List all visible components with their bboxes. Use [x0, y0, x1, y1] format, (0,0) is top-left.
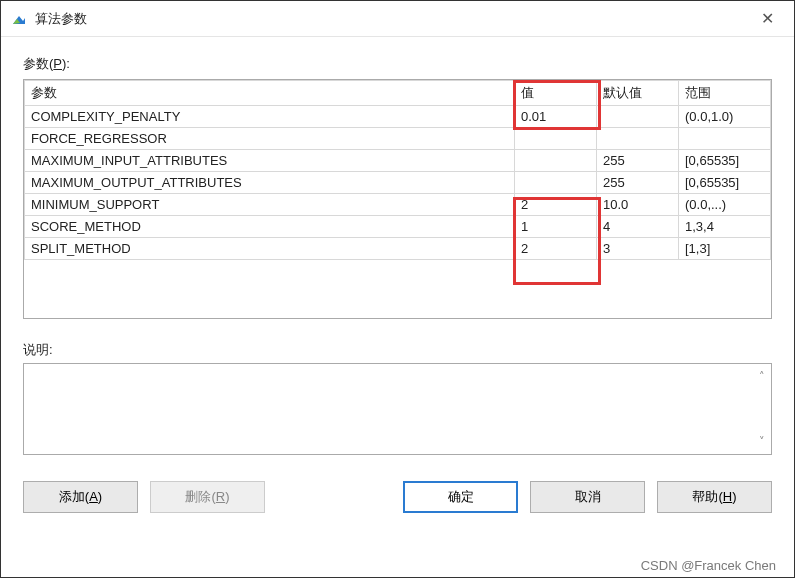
remove-button: 删除(R) [150, 481, 265, 513]
cell-range: (0.0,...) [679, 194, 771, 216]
cell-value[interactable]: 0.01 [515, 106, 597, 128]
scroll-up-icon[interactable]: ˄ [759, 370, 765, 383]
header-range[interactable]: 范围 [679, 81, 771, 106]
description-label: 说明: [23, 341, 772, 359]
cell-value[interactable] [515, 172, 597, 194]
cell-range: [0,65535] [679, 172, 771, 194]
scroll-down-icon[interactable]: ˅ [759, 435, 765, 448]
header-default[interactable]: 默认值 [597, 81, 679, 106]
cell-default: 4 [597, 216, 679, 238]
cell-range: (0.0,1.0) [679, 106, 771, 128]
cell-param: MINIMUM_SUPPORT [25, 194, 515, 216]
cell-default: 10.0 [597, 194, 679, 216]
cell-param: SCORE_METHOD [25, 216, 515, 238]
cell-range [679, 128, 771, 150]
ok-button[interactable]: 确定 [403, 481, 518, 513]
cell-value[interactable] [515, 150, 597, 172]
header-param[interactable]: 参数 [25, 81, 515, 106]
cell-range: [0,65535] [679, 150, 771, 172]
header-value[interactable]: 值 [515, 81, 597, 106]
params-table[interactable]: 参数 值 默认值 范围 COMPLEXITY_PENALTY 0.01 (0.0… [24, 80, 771, 260]
close-button[interactable]: ✕ [751, 5, 784, 32]
cell-param: FORCE_REGRESSOR [25, 128, 515, 150]
cell-param: MAXIMUM_OUTPUT_ATTRIBUTES [25, 172, 515, 194]
table-row[interactable]: MINIMUM_SUPPORT 2 10.0 (0.0,...) [25, 194, 771, 216]
button-row: 添加(A) 删除(R) 确定 取消 帮助(H) [23, 481, 772, 513]
params-table-container: 参数 值 默认值 范围 COMPLEXITY_PENALTY 0.01 (0.0… [23, 79, 772, 319]
cell-value[interactable]: 2 [515, 238, 597, 260]
table-row[interactable]: SCORE_METHOD 1 4 1,3,4 [25, 216, 771, 238]
cell-value[interactable] [515, 128, 597, 150]
params-label: 参数(P): [23, 55, 772, 73]
description-box[interactable]: ˄ ˅ [23, 363, 772, 455]
cell-default: 255 [597, 150, 679, 172]
cell-default: 3 [597, 238, 679, 260]
dialog-body: 参数(P): 参数 值 默认值 范围 COMPLEXITY_PEN [1, 37, 794, 525]
cell-value[interactable]: 1 [515, 216, 597, 238]
table-row[interactable]: FORCE_REGRESSOR [25, 128, 771, 150]
cell-param: COMPLEXITY_PENALTY [25, 106, 515, 128]
cell-range: [1,3] [679, 238, 771, 260]
table-row[interactable]: SPLIT_METHOD 2 3 [1,3] [25, 238, 771, 260]
cell-range: 1,3,4 [679, 216, 771, 238]
cell-param: MAXIMUM_INPUT_ATTRIBUTES [25, 150, 515, 172]
add-button[interactable]: 添加(A) [23, 481, 138, 513]
titlebar: 算法参数 ✕ [1, 1, 794, 37]
dialog-window: 算法参数 ✕ 参数(P): 参数 值 默认值 范围 [0, 0, 795, 578]
table-row[interactable]: COMPLEXITY_PENALTY 0.01 (0.0,1.0) [25, 106, 771, 128]
cell-param: SPLIT_METHOD [25, 238, 515, 260]
table-row[interactable]: MAXIMUM_OUTPUT_ATTRIBUTES 255 [0,65535] [25, 172, 771, 194]
watermark-text: CSDN @Francek Chen [641, 558, 776, 573]
cell-default [597, 106, 679, 128]
help-button[interactable]: 帮助(H) [657, 481, 772, 513]
cell-value[interactable]: 2 [515, 194, 597, 216]
table-row[interactable]: MAXIMUM_INPUT_ATTRIBUTES 255 [0,65535] [25, 150, 771, 172]
table-header-row: 参数 值 默认值 范围 [25, 81, 771, 106]
window-title: 算法参数 [35, 10, 751, 28]
cell-default: 255 [597, 172, 679, 194]
cell-default [597, 128, 679, 150]
cancel-button[interactable]: 取消 [530, 481, 645, 513]
app-icon [11, 11, 27, 27]
